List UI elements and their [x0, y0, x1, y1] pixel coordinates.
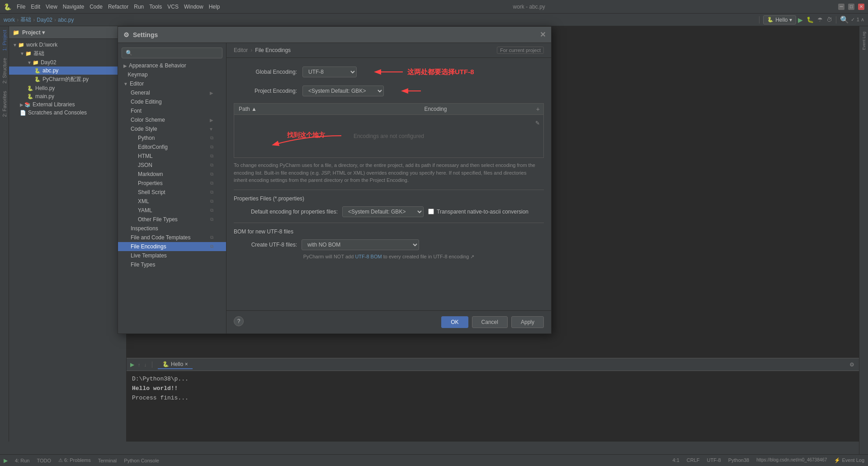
menu-code[interactable]: Code: [90, 4, 103, 10]
tree-item-pycharm-config[interactable]: 🐍 PyCharm的配置.py: [9, 75, 126, 84]
close-button[interactable]: ✕: [858, 4, 864, 10]
settings-breadcrumb: Editor › File Encodings For current proj…: [226, 43, 551, 58]
nav-label-color-scheme: Color Scheme: [131, 117, 165, 123]
nav-arrow-appearance: ▶: [123, 63, 127, 68]
tree-item-external-libs[interactable]: ▶ 📚 External Libraries: [9, 100, 126, 109]
run-config-dropdown[interactable]: 🐍 Hello ▾: [763, 15, 796, 24]
nav-item-live-templates[interactable]: Live Templates: [118, 251, 226, 260]
nav-group-keymap[interactable]: Keymap: [118, 70, 226, 79]
maximize-button[interactable]: □: [848, 4, 854, 10]
tree-item-work[interactable]: ▼ 📁 work D:\work: [9, 41, 126, 49]
menu-window[interactable]: Window: [184, 4, 203, 10]
menu-navigate[interactable]: Navigate: [63, 4, 84, 10]
status-position[interactable]: 4:1: [672, 457, 679, 463]
nav-group-appearance[interactable]: ▶ Appearance & Behavior: [118, 61, 226, 70]
tree-item-scratches[interactable]: 📄 Scratches and Consoles: [9, 109, 126, 117]
bom-info-text: PyCharm will NOT add UTF-8 BOM to every …: [234, 254, 544, 260]
nav-group-editor[interactable]: ▼ Editor: [118, 79, 226, 88]
menu-tools[interactable]: Tools: [149, 4, 162, 10]
run-button[interactable]: ▶: [798, 16, 803, 24]
status-url[interactable]: https://blog.csdn.net/m0_46738467: [756, 457, 827, 463]
nav-item-xml[interactable]: XML ⧉: [118, 197, 226, 206]
apply-button[interactable]: Apply: [511, 316, 544, 328]
project-sidebar-tab[interactable]: 1: Project: [0, 26, 9, 54]
bom-info-link[interactable]: UTF-8 BOM: [355, 254, 382, 259]
global-encoding-select[interactable]: UTF-8 GBK ISO-8859-1: [302, 67, 357, 77]
status-event-log[interactable]: ⚡ Event Log: [834, 457, 864, 463]
event-log-tab[interactable]: Event Log: [860, 28, 868, 54]
tree-item-day02[interactable]: ▼ 📁 Day02: [9, 58, 126, 67]
run-tab-hello[interactable]: 🐍 Hello ×: [158, 360, 193, 369]
run-config-label: Hello ▾: [775, 17, 792, 23]
nav-item-python[interactable]: Python ⧉: [118, 133, 226, 143]
transparent-checkbox[interactable]: [428, 209, 434, 214]
status-line-ending[interactable]: CRLF: [687, 457, 700, 463]
nav-item-properties[interactable]: Properties ⧉: [118, 179, 226, 188]
nav-item-file-types[interactable]: File Types: [118, 260, 226, 269]
nav-item-inspections[interactable]: Inspections: [118, 224, 226, 233]
tree-item-hello[interactable]: 🐍 Hello.py: [9, 84, 126, 92]
help-button[interactable]: ?: [234, 316, 244, 326]
profile-button[interactable]: ⏱: [826, 16, 832, 23]
status-run[interactable]: 4: Run: [15, 458, 29, 463]
run-play-status[interactable]: ▶: [4, 457, 8, 464]
nav-item-other-file-types[interactable]: Other File Types ⧉: [118, 215, 226, 224]
nav-item-json[interactable]: JSON ⧉: [118, 161, 226, 170]
bom-select[interactable]: with NO BOM with BOM: [302, 239, 419, 250]
nav-item-file-code-templates[interactable]: File and Code Templates ⧉: [118, 233, 226, 242]
nav-item-file-encodings[interactable]: File Encodings ⧉: [118, 242, 226, 251]
settings-search-input[interactable]: [122, 48, 222, 58]
table-header-path[interactable]: Path ▲: [234, 104, 420, 115]
edit-path-button[interactable]: ✎: [533, 119, 542, 127]
status-python-version[interactable]: Python38: [728, 457, 749, 463]
tree-item-abc[interactable]: 🐍 abc.py: [9, 67, 126, 75]
nav-item-markdown[interactable]: Markdown ⧉: [118, 170, 226, 179]
menu-edit[interactable]: Edit: [31, 4, 40, 10]
menu-file[interactable]: File: [17, 4, 25, 10]
bc-work[interactable]: work: [4, 17, 15, 23]
table-empty-message: Encodings are not configured: [234, 115, 543, 158]
add-path-button[interactable]: +: [534, 105, 542, 114]
minimize-button[interactable]: ─: [838, 4, 844, 10]
props-encoding-select[interactable]: <System Default: GBK> UTF-8 GBK: [342, 206, 424, 217]
status-terminal[interactable]: Terminal: [98, 458, 117, 463]
run-panel-header: ▶ ↑ ↓ 🐍 Hello × ⚙ ✕: [127, 358, 868, 371]
tree-item-main[interactable]: 🐍 main.py: [9, 92, 126, 100]
nav-item-shell-script[interactable]: Shell Script ⧉: [118, 188, 226, 197]
favorites-sidebar-tab[interactable]: 2: Favorites: [0, 87, 9, 120]
status-todo[interactable]: TODO: [37, 458, 51, 463]
menu-run[interactable]: Run: [134, 4, 144, 10]
menu-help[interactable]: Help: [209, 4, 220, 10]
bc-jc[interactable]: 基础: [20, 16, 31, 24]
scroll-down-btn[interactable]: ↓: [144, 362, 147, 367]
debug-button[interactable]: 🐛: [807, 16, 814, 23]
nav-item-color-scheme[interactable]: Color Scheme ▶: [118, 115, 226, 124]
bc-day02[interactable]: Day02: [37, 17, 52, 23]
status-problems[interactable]: ⚠ 6: Problems: [58, 457, 91, 463]
nav-item-general[interactable]: General ▶: [118, 88, 226, 97]
ok-button[interactable]: OK: [441, 316, 468, 328]
run-panel-gear[interactable]: ⚙: [849, 361, 854, 368]
tree-item-jc[interactable]: ▼ 📁 基础: [9, 49, 126, 58]
nav-item-code-editing[interactable]: Code Editing: [118, 97, 226, 106]
table-header-encoding: Encoding: [420, 104, 521, 115]
menu-refactor[interactable]: Refactor: [108, 4, 128, 10]
nav-item-font[interactable]: Font: [118, 106, 226, 115]
nav-item-yaml[interactable]: YAML ⧉: [118, 206, 226, 215]
search-everywhere-button[interactable]: 🔍: [840, 15, 849, 24]
coverage-button[interactable]: ☂: [817, 16, 823, 23]
nav-item-editorconfig[interactable]: EditorConfig ⧉: [118, 143, 226, 152]
nav-item-code-style[interactable]: Code Style ▼: [118, 124, 226, 133]
app-icon: 🐍: [4, 3, 11, 10]
cancel-button[interactable]: Cancel: [472, 316, 508, 328]
nav-item-html[interactable]: HTML ⧉: [118, 152, 226, 161]
menu-vcs[interactable]: VCS: [167, 4, 179, 10]
project-encoding-select[interactable]: <System Default: GBK> UTF-8 GBK: [302, 86, 384, 96]
scroll-up-btn[interactable]: ↑: [138, 362, 141, 367]
status-encoding[interactable]: UTF-8: [707, 457, 721, 463]
bc-file[interactable]: abc.py: [58, 17, 74, 23]
menu-view[interactable]: View: [46, 4, 57, 10]
structure-sidebar-tab[interactable]: 2: Structure: [0, 54, 9, 87]
dialog-close-button[interactable]: ✕: [540, 30, 546, 39]
status-python-console[interactable]: Python Console: [124, 458, 159, 463]
